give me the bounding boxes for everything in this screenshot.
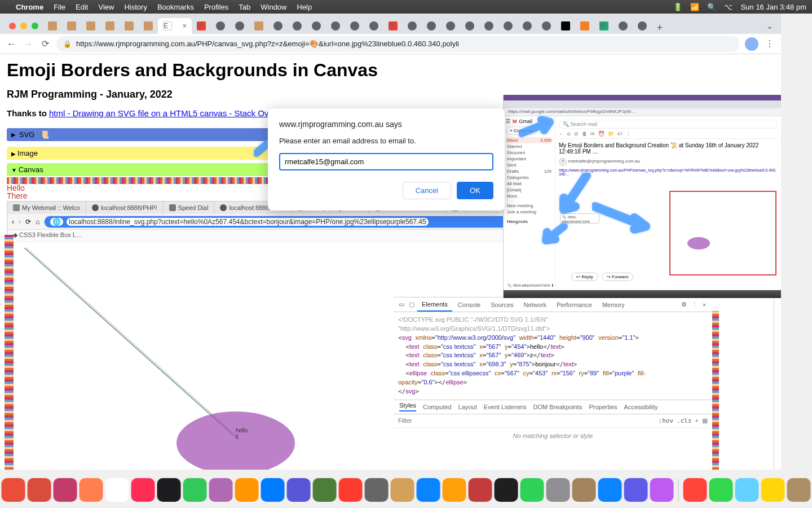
styles-filter-input[interactable] xyxy=(398,417,659,424)
dock-app-icon[interactable] xyxy=(54,478,77,502)
inner-home-button[interactable]: ⌂ xyxy=(36,218,39,226)
tab-item[interactable] xyxy=(614,18,633,34)
tab-item[interactable] xyxy=(139,18,158,34)
sidebar-allmail[interactable]: All Mail xyxy=(506,181,553,187)
menubar-help[interactable]: Help xyxy=(297,3,312,11)
sidebar-drafts[interactable]: Drafts 129 xyxy=(506,168,553,174)
control-center-icon[interactable]: ⌥ xyxy=(724,3,733,10)
compose-button[interactable]: + Compose xyxy=(506,126,537,135)
forward-button[interactable]: ↪ Forward xyxy=(602,273,634,281)
sidebar-important[interactable]: Important xyxy=(506,156,553,162)
dock-app-icon[interactable] xyxy=(2,478,25,502)
menubar-view[interactable]: View xyxy=(98,3,114,11)
tab-item[interactable] xyxy=(345,18,364,34)
labels-icon[interactable]: 🏷 xyxy=(617,131,623,138)
maximize-window-button[interactable] xyxy=(32,23,38,29)
tab-item[interactable] xyxy=(403,18,422,34)
close-window-button[interactable] xyxy=(9,23,16,29)
tab-item[interactable] xyxy=(288,18,307,34)
dock-app-icon[interactable] xyxy=(261,478,285,502)
inner-tab[interactable]: My Webmail :: Welco xyxy=(7,202,86,214)
dock-app-icon[interactable] xyxy=(469,478,492,502)
devtools-tab-sources[interactable]: Sources xyxy=(486,299,518,311)
tab-item[interactable] xyxy=(120,18,139,34)
email-body-link[interactable]: https://www.rjmprogramming.com.au/PHP/ca… xyxy=(559,168,778,176)
chrome-menu-button[interactable]: ⋮ xyxy=(764,38,775,50)
gmail-search-field[interactable]: 🔍 Search mail xyxy=(559,120,778,129)
menubar-bookmarks[interactable]: Bookmarks xyxy=(157,3,194,11)
tab-item[interactable] xyxy=(364,18,383,34)
wifi-icon[interactable]: 📶 xyxy=(690,3,699,10)
dock-app-icon[interactable] xyxy=(546,478,570,502)
tab-item[interactable] xyxy=(556,18,575,34)
dock-app-icon[interactable] xyxy=(709,478,733,502)
tab-close-icon[interactable]: × xyxy=(183,22,187,30)
tab-item[interactable]: M xyxy=(383,18,403,34)
dock-app-icon[interactable] xyxy=(761,478,785,502)
styles-tab-computed[interactable]: Computed xyxy=(423,404,452,410)
dock-app-icon[interactable] xyxy=(157,478,181,502)
omnibox[interactable]: 🔒 https://www.rjmprogramming.com.au/PHP/… xyxy=(56,36,739,52)
tab-item[interactable] xyxy=(307,18,326,34)
spotlight-icon[interactable]: 🔍 xyxy=(707,3,716,10)
sidebar-more[interactable]: More xyxy=(506,193,553,199)
thanks-link[interactable]: html - Drawing an SVG file on a HTML5 ca… xyxy=(49,108,291,118)
devtools-close-icon[interactable]: × xyxy=(700,301,709,308)
styles-tab-dom-breakpoints[interactable]: DOM Breakpoints xyxy=(533,404,582,410)
sidebar-sent[interactable]: Sent xyxy=(506,162,553,168)
cls-toggle[interactable]: .cls xyxy=(677,417,692,424)
bottom-attachment[interactable]: 📎 html-attachment.html ⬇ xyxy=(507,283,554,288)
menubar-profiles[interactable]: Profiles xyxy=(204,3,228,11)
forward-button[interactable]: → xyxy=(23,38,34,50)
profile-avatar[interactable] xyxy=(745,37,758,51)
tab-active[interactable]: E × xyxy=(158,18,192,34)
mail-back-icon[interactable]: ← xyxy=(559,131,564,138)
dock-app-icon[interactable] xyxy=(520,478,544,502)
menubar-file[interactable]: File xyxy=(54,3,65,11)
tab-item[interactable] xyxy=(460,18,479,34)
dock-app-icon[interactable] xyxy=(683,478,707,502)
tab-item[interactable] xyxy=(441,18,460,34)
sidebar-inbox[interactable]: Inbox2,056 xyxy=(506,137,553,143)
menubar-app[interactable]: Chrome xyxy=(16,3,43,11)
dock-app-icon[interactable] xyxy=(417,478,440,502)
dock-app-icon[interactable] xyxy=(650,478,674,502)
inspect-icon[interactable]: ▭ xyxy=(397,301,406,308)
attachment-preview[interactable] xyxy=(669,191,776,275)
dock-app-icon[interactable] xyxy=(572,478,596,502)
dock-app-icon[interactable] xyxy=(365,478,389,502)
tab-item[interactable]: W xyxy=(594,18,614,34)
styles-tab-accessibility[interactable]: Accessibility xyxy=(624,404,658,410)
new-tab-button[interactable]: + xyxy=(652,22,668,34)
gmail-logo[interactable]: M xyxy=(513,119,517,124)
tab-item[interactable]: M xyxy=(192,18,211,34)
battery-icon[interactable]: 🔋 xyxy=(673,3,682,10)
dock-app-icon[interactable] xyxy=(495,478,518,502)
devtools-tab-elements[interactable]: Elements xyxy=(417,298,452,312)
new-style-rule-icon[interactable]: + xyxy=(695,417,699,424)
dock-app-icon[interactable] xyxy=(209,478,233,502)
menubar-edit[interactable]: Edit xyxy=(76,3,88,11)
sidebar-snoozed[interactable]: Snoozed xyxy=(506,150,553,156)
devtools-tab-performance[interactable]: Performance xyxy=(552,299,597,311)
hov-toggle[interactable]: :hov xyxy=(659,417,674,424)
styles-tab-event-listeners[interactable]: Event Listeners xyxy=(484,404,527,410)
device-toggle-icon[interactable]: ▢ xyxy=(407,301,416,308)
reply-button[interactable]: ↩ Reply xyxy=(571,273,598,281)
tab-item[interactable] xyxy=(537,18,556,34)
dock-app-icon[interactable] xyxy=(80,478,103,502)
dock-app-icon[interactable] xyxy=(183,478,207,502)
styles-tab-properties[interactable]: Properties xyxy=(589,404,617,410)
inner-tab[interactable]: localhost:8888/PHP/ xyxy=(86,202,164,214)
dock-app-icon[interactable] xyxy=(105,478,129,502)
markread-icon[interactable]: ✉ xyxy=(590,131,595,138)
styles-tab-layout[interactable]: Layout xyxy=(458,404,477,410)
dock-app-icon[interactable] xyxy=(28,478,51,502)
inner-tab[interactable]: Speed Dial xyxy=(164,202,215,214)
tab-item[interactable] xyxy=(268,18,288,34)
ok-button[interactable]: OK xyxy=(457,182,493,199)
tab-item[interactable] xyxy=(633,18,652,34)
menubar-tab[interactable]: Tab xyxy=(239,3,250,11)
tabs-overflow-button[interactable]: ⌄ xyxy=(766,21,781,34)
styles-tab-styles[interactable]: Styles xyxy=(399,402,416,411)
